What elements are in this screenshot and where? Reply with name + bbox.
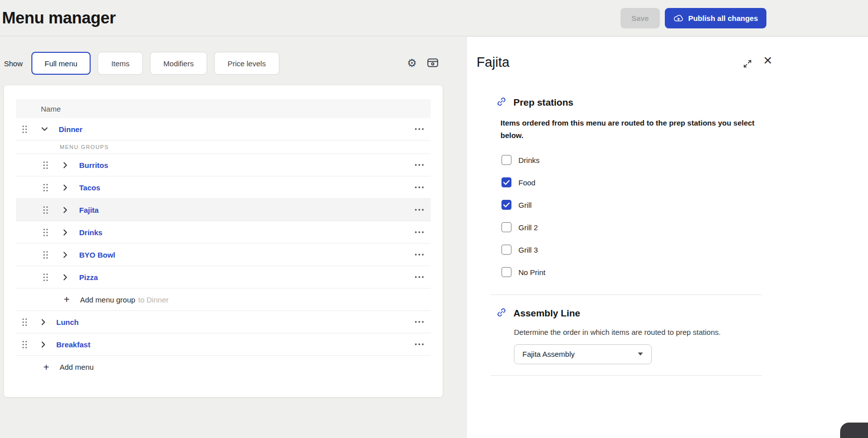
prep-stations-list: Drinks Food Grill Grill 2 Grill 3 No Pri…	[501, 149, 761, 284]
assembly-line-select[interactable]: Fajita Assembly	[514, 344, 652, 364]
ellipsis-menu-icon[interactable]	[413, 273, 426, 281]
menu-name[interactable]: Dinner	[59, 125, 83, 134]
menu-groups-label: MENU GROUPS	[16, 141, 431, 154]
save-button[interactable]: Save	[620, 8, 660, 28]
group-name[interactable]: Pizza	[79, 273, 98, 282]
drag-handle-icon[interactable]	[43, 228, 48, 237]
archive-button[interactable]	[427, 57, 439, 70]
view-toolbar: Show Full menu Items Modifiers Price lev…	[4, 52, 466, 75]
drag-handle-icon[interactable]	[22, 318, 27, 326]
detail-panel-title: Fajita	[477, 55, 509, 70]
drag-handle-icon[interactable]	[43, 273, 48, 282]
filter-price-levels[interactable]: Price levels	[214, 52, 279, 75]
add-menu-group-target: to Dinner	[138, 295, 169, 304]
show-label: Show	[4, 59, 23, 68]
section-divider	[491, 375, 762, 376]
group-row-tacos[interactable]: Tacos	[16, 176, 431, 199]
chevron-right-icon[interactable]	[63, 184, 67, 191]
chevron-right-icon[interactable]	[63, 274, 67, 281]
group-name[interactable]: Fajita	[79, 206, 99, 214]
prep-station-option-no-print[interactable]: No Print	[501, 261, 761, 284]
checkbox-label: No Print	[518, 268, 545, 277]
assembly-line-title: Assembly Line	[513, 308, 580, 319]
assembly-line-heading: Assembly Line	[496, 307, 761, 320]
add-menu-group-button[interactable]: + Add menu group to Dinner	[16, 289, 431, 311]
drag-handle-icon[interactable]	[43, 183, 48, 192]
close-panel-button[interactable]: ×	[763, 53, 772, 68]
prep-station-option-grill-3[interactable]: Grill 3	[501, 239, 761, 261]
filter-items[interactable]: Items	[98, 52, 143, 75]
ellipsis-menu-icon[interactable]	[413, 318, 426, 326]
assembly-line-section: Assembly Line Determine the order in whi…	[490, 307, 761, 376]
group-name[interactable]: BYO Bowl	[79, 251, 116, 259]
publish-button-label: Publish all changes	[688, 14, 758, 22]
menu-name[interactable]: Breakfast	[56, 340, 90, 349]
plus-icon: +	[64, 294, 70, 304]
group-row-burritos[interactable]: Burritos	[16, 154, 431, 176]
prep-station-option-food[interactable]: Food	[501, 171, 761, 194]
cloud-upload-icon	[673, 14, 684, 22]
checkbox[interactable]	[501, 267, 511, 277]
checkbox[interactable]	[501, 222, 511, 232]
expand-panel-button[interactable]	[743, 59, 752, 70]
prep-stations-heading: Prep stations	[496, 96, 761, 109]
drag-handle-icon[interactable]	[43, 161, 48, 169]
group-name[interactable]: Tacos	[79, 183, 100, 192]
drag-handle-icon[interactable]	[22, 125, 27, 134]
ellipsis-menu-icon[interactable]	[413, 206, 426, 214]
chevron-right-icon[interactable]	[63, 252, 67, 258]
settings-button[interactable]: ⚙	[407, 58, 417, 69]
screen-corner-overlay	[840, 423, 868, 438]
menu-name[interactable]: Lunch	[56, 318, 79, 326]
menu-manager-main: Show Full menu Items Modifiers Price lev…	[0, 37, 466, 438]
top-bar: Menu manager Save Publish all changes	[0, 0, 868, 36]
filter-modifiers[interactable]: Modifiers	[150, 52, 207, 75]
drag-handle-icon[interactable]	[43, 251, 48, 259]
ellipsis-menu-icon[interactable]	[413, 161, 426, 169]
group-row-byo-bowl[interactable]: BYO Bowl	[16, 244, 431, 266]
name-column-header: Name	[41, 105, 61, 113]
chevron-right-icon[interactable]	[63, 207, 67, 213]
gear-icon: ⚙	[407, 58, 417, 69]
menu-row-dinner[interactable]: Dinner	[16, 118, 431, 141]
filter-full-menu[interactable]: Full menu	[31, 52, 91, 75]
ellipsis-menu-icon[interactable]	[413, 340, 426, 348]
section-divider	[491, 294, 762, 295]
add-menu-button[interactable]: + Add menu	[16, 356, 431, 378]
prep-station-option-grill-2[interactable]: Grill 2	[501, 216, 761, 239]
drag-handle-icon[interactable]	[43, 206, 48, 214]
ellipsis-menu-icon[interactable]	[413, 228, 426, 236]
menu-row-lunch[interactable]: Lunch	[16, 311, 431, 333]
menu-row-breakfast[interactable]: Breakfast	[16, 333, 431, 356]
ellipsis-menu-icon[interactable]	[413, 183, 426, 191]
checkbox-label: Grill 2	[518, 223, 538, 232]
ellipsis-menu-icon[interactable]	[413, 251, 426, 259]
chevron-down-icon[interactable]	[41, 127, 48, 131]
prep-station-option-grill[interactable]: Grill	[501, 194, 761, 216]
chevron-right-icon[interactable]	[41, 319, 45, 325]
ellipsis-menu-icon[interactable]	[413, 125, 426, 133]
chevron-right-icon[interactable]	[63, 162, 67, 168]
checkbox[interactable]	[501, 245, 511, 255]
chevron-right-icon[interactable]	[41, 341, 45, 348]
checkbox-label: Drinks	[518, 156, 540, 164]
link-icon	[496, 96, 507, 109]
prep-station-option-drinks[interactable]: Drinks	[501, 149, 761, 171]
group-row-pizza[interactable]: Pizza	[16, 266, 431, 289]
link-icon	[496, 307, 507, 320]
table-header: Name	[16, 99, 431, 118]
add-menu-label: Add menu	[60, 363, 94, 371]
drag-handle-icon[interactable]	[22, 340, 27, 349]
group-row-drinks[interactable]: Drinks	[16, 221, 431, 244]
checkbox-label: Food	[518, 178, 535, 187]
chevron-right-icon[interactable]	[63, 229, 67, 236]
checkbox[interactable]	[501, 177, 511, 187]
publish-button[interactable]: Publish all changes	[665, 8, 766, 28]
group-name[interactable]: Burritos	[79, 161, 108, 169]
checkbox[interactable]	[501, 200, 511, 210]
group-name[interactable]: Drinks	[79, 228, 103, 237]
caret-down-icon	[637, 352, 643, 356]
group-row-fajita[interactable]: Fajita	[16, 199, 431, 221]
checkbox[interactable]	[501, 155, 511, 165]
checkbox-label: Grill	[518, 201, 532, 209]
